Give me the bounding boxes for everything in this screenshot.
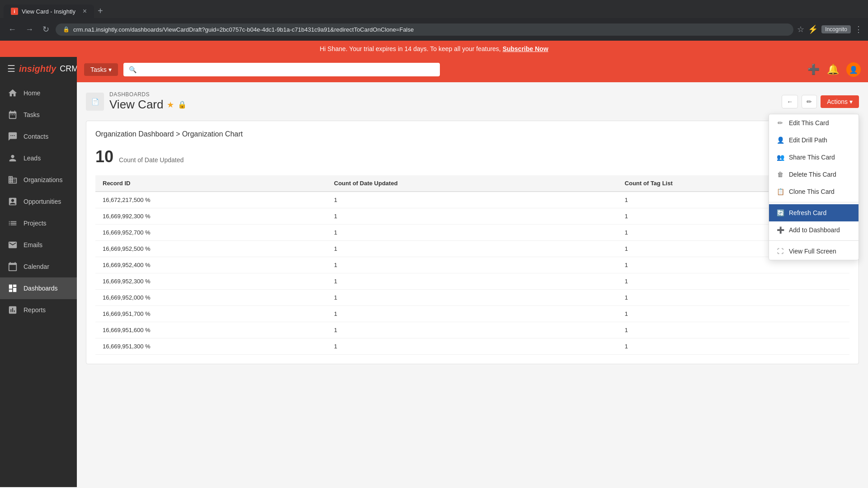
contacts-icon [7, 131, 18, 142]
sidebar-item-organizations[interactable]: Organizations [0, 169, 77, 191]
top-navigation: Tasks ▾ 🔍 ➕ 🔔 👤 [77, 57, 868, 82]
organizations-icon [7, 174, 18, 185]
data-table: Record ID Count of Date Updated Count of… [95, 175, 849, 355]
tasks-icon [7, 109, 18, 120]
dropdown-item-view-fullscreen[interactable]: ⛶View Full Screen [769, 243, 859, 260]
cell-count-date: 1 [327, 257, 618, 273]
menu-icon-refresh-card: 🔄 [776, 209, 784, 217]
table-row: 16,669,951,700 % 1 1 [95, 306, 849, 322]
cell-record-id: 16,669,952,000 % [95, 290, 327, 306]
lock-icon: 🔒 [178, 100, 187, 109]
tasks-dropdown-button[interactable]: Tasks ▾ [84, 63, 118, 76]
address-bar[interactable]: 🔒 crm.na1.insightly.com/dashboards/ViewC… [56, 23, 793, 36]
sidebar-label-reports: Reports [24, 306, 46, 314]
cell-record-id: 16,669,992,300 % [95, 208, 327, 225]
page-title: View Card ★ 🔒 [109, 98, 187, 112]
dropdown-item-share-card[interactable]: 👥Share This Card [769, 149, 859, 166]
table-row: 16,672,217,500 % 1 1 [95, 192, 849, 208]
reload-button[interactable]: ↻ [40, 23, 52, 36]
page-actions: ← ✏ Actions ▾ [782, 95, 859, 108]
bookmark-icon[interactable]: ☆ [797, 24, 804, 34]
metric-label: Count of Date Updated [119, 156, 184, 164]
actions-dropdown-button[interactable]: Actions ▾ [821, 95, 859, 108]
table-row: 16,669,952,000 % 1 1 [95, 290, 849, 306]
cell-count-date: 1 [327, 322, 618, 338]
cell-count-tag: 1 [618, 306, 849, 322]
user-avatar-button[interactable]: 👤 [846, 62, 861, 77]
table-body: 16,672,217,500 % 1 1 16,669,992,300 % 1 … [95, 192, 849, 355]
cell-record-id: 16,669,952,300 % [95, 273, 327, 290]
cell-record-id: 16,669,952,400 % [95, 257, 327, 273]
back-button[interactable]: ← [782, 95, 798, 108]
leads-icon [7, 153, 18, 164]
sidebar-item-dashboards[interactable]: Dashboards [0, 277, 77, 299]
sidebar-item-home[interactable]: Home [0, 82, 77, 104]
cell-count-date: 1 [327, 306, 618, 322]
sidebar-item-emails[interactable]: Emails [0, 234, 77, 256]
tasks-dropdown-arrow: ▾ [108, 66, 112, 73]
menu-label-add-dashboard: Add to Dashboard [789, 226, 840, 234]
sidebar-item-reports[interactable]: Reports [0, 299, 77, 321]
sidebar-item-calendar[interactable]: Calendar [0, 256, 77, 277]
more-icon[interactable]: ⋮ [854, 24, 863, 34]
menu-icon-edit-drill: 👤 [776, 136, 784, 144]
notifications-icon[interactable]: 🔔 [827, 64, 839, 75]
trial-banner: Hi Shane. Your trial expires in 14 days.… [0, 41, 868, 57]
hamburger-menu-button[interactable]: ☰ [7, 63, 15, 74]
extensions-icon[interactable]: ⚡ [808, 24, 818, 34]
sidebar-label-organizations: Organizations [24, 176, 62, 183]
card-container: Organization Dashboard > Organization Ch… [86, 121, 859, 364]
add-icon[interactable]: ➕ [807, 64, 820, 75]
emails-icon [7, 239, 18, 250]
reports-icon [7, 305, 18, 315]
tab-favicon: i [11, 8, 18, 15]
sidebar-item-leads[interactable]: Leads [0, 147, 77, 169]
cell-count-tag: 1 [618, 290, 849, 306]
dropdown-item-clone-card[interactable]: 📋Clone This Card [769, 183, 859, 200]
subscribe-link[interactable]: Subscribe Now [503, 45, 548, 52]
sidebar-item-projects[interactable]: Projects [0, 212, 77, 234]
table-row: 16,669,952,400 % 1 1 [95, 257, 849, 273]
dropdown-item-edit-drill[interactable]: 👤Edit Drill Path [769, 131, 859, 149]
forward-nav-button[interactable]: → [23, 23, 36, 36]
back-nav-button[interactable]: ← [5, 23, 19, 36]
cell-count-tag: 1 [618, 322, 849, 338]
sidebar: ☰ insightly CRM Home Tasks Conta [0, 57, 77, 487]
menu-label-refresh-card: Refresh Card [789, 209, 826, 216]
page-header: 📄 DASHBOARDS View Card ★ 🔒 ← ✏ Actions ▾ [86, 91, 859, 112]
menu-label-delete-card: Delete This Card [789, 171, 836, 178]
star-icon[interactable]: ★ [167, 100, 174, 110]
home-icon [7, 88, 18, 99]
sidebar-label-emails: Emails [24, 241, 42, 249]
dropdown-item-add-dashboard[interactable]: ➕Add to Dashboard [769, 221, 859, 239]
breadcrumb: DASHBOARDS [109, 91, 187, 98]
menu-icon-share-card: 👥 [776, 153, 784, 161]
cell-record-id: 16,669,951,600 % [95, 322, 327, 338]
search-bar[interactable]: 🔍 [123, 63, 440, 76]
dashboards-icon [7, 283, 18, 294]
new-tab-button[interactable]: + [94, 4, 107, 18]
cell-count-date: 1 [327, 225, 618, 241]
edit-button[interactable]: ✏ [802, 95, 817, 108]
menu-icon-delete-card: 🗑 [776, 170, 784, 178]
nav-right-area: ☆ ⚡ Incognito ⋮ [797, 24, 863, 34]
menu-label-edit-card: Edit This Card [789, 119, 829, 127]
actions-dropdown-menu: ✏Edit This Card👤Edit Drill Path👥Share Th… [769, 114, 859, 260]
menu-icon-add-dashboard: ➕ [776, 226, 784, 234]
sidebar-label-projects: Projects [24, 220, 47, 227]
dropdown-item-refresh-card[interactable]: 🔄Refresh Card [769, 204, 859, 221]
projects-icon [7, 218, 18, 229]
browser-tab-active[interactable]: i View Card - Insightly × [4, 5, 94, 18]
sidebar-label-dashboards: Dashboards [24, 285, 58, 292]
tab-close-button[interactable]: × [83, 7, 87, 15]
sidebar-item-opportunities[interactable]: Opportunities [0, 191, 77, 212]
sidebar-label-calendar: Calendar [24, 263, 49, 270]
search-icon: 🔍 [129, 66, 137, 73]
dropdown-item-edit-card[interactable]: ✏Edit This Card [769, 114, 859, 131]
table-header: Record ID Count of Date Updated Count of… [95, 175, 849, 192]
dropdown-item-delete-card[interactable]: 🗑Delete This Card [769, 166, 859, 183]
menu-label-view-fullscreen: View Full Screen [789, 248, 836, 255]
sidebar-item-tasks[interactable]: Tasks [0, 104, 77, 126]
insightly-logo: insightly [19, 64, 56, 74]
sidebar-item-contacts[interactable]: Contacts [0, 126, 77, 147]
